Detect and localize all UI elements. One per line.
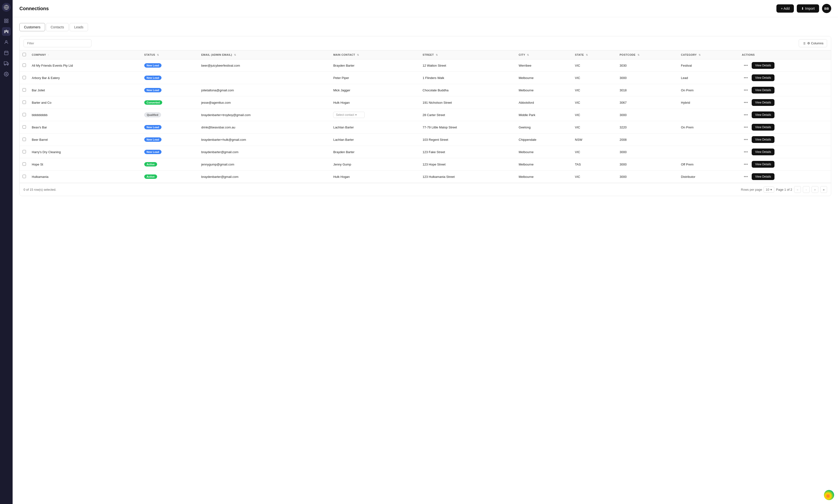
content-area: Customers Contacts Leads ⚙ Columns [13,17,838,504]
email-sort-icon[interactable]: ⇅ [234,54,236,56]
main-content: Connections + Add ⬇ Import BB Customers … [13,0,838,504]
svg-rect-2 [7,19,8,21]
row-checkbox-9[interactable] [22,162,26,166]
contact-sort-icon[interactable]: ⇅ [357,54,359,56]
row-company: Barter and Co [29,96,141,109]
filter-input[interactable] [23,39,91,47]
next-page-button[interactable]: › [811,186,818,193]
more-actions-button[interactable]: ••• [742,75,750,81]
company-sort-icon[interactable]: ↑ [48,54,49,56]
view-details-button[interactable]: View Details [752,124,774,131]
row-main-contact[interactable]: Select contact▾ [330,109,419,121]
row-email: braydenbarter+hulk@gmail.com [198,133,330,146]
row-checkbox-4[interactable] [22,101,26,104]
sidebar-logo[interactable] [2,3,11,12]
row-checkbox-cell [20,96,29,109]
more-actions-button[interactable]: ••• [742,124,750,130]
page-title: Connections [19,6,49,12]
svg-rect-3 [5,21,6,23]
view-details-button[interactable]: View Details [752,173,774,180]
state-sort-icon[interactable]: ⇅ [586,54,588,56]
table-row: Hope St Active jennygump@gmail.com Jenny… [20,158,831,170]
sidebar-calendar-icon[interactable] [2,49,11,57]
main-contact-value: Hulk Hogan [333,101,350,105]
last-page-button[interactable]: » [820,186,827,193]
more-actions-button[interactable]: ••• [742,161,750,167]
row-checkbox-2[interactable] [22,76,26,79]
more-actions-button[interactable]: ••• [742,62,750,69]
city-sort-icon[interactable]: ⇅ [527,54,529,56]
row-checkbox-cell [20,59,29,72]
row-company: All My Friends Events Pty Ltd [29,59,141,72]
view-details-button[interactable]: View Details [752,136,774,143]
add-button[interactable]: + Add [776,4,794,13]
more-actions-button[interactable]: ••• [742,174,750,180]
select-contact-dropdown[interactable]: Select contact▾ [333,112,365,118]
view-details-button[interactable]: View Details [752,87,774,93]
more-actions-button[interactable]: ••• [742,149,750,155]
import-button[interactable]: ⬇ Import [797,4,819,13]
view-details-button[interactable]: View Details [752,148,774,155]
row-status: New Lead [141,84,198,96]
columns-button[interactable]: ⚙ Columns [799,39,827,47]
view-details-button[interactable]: View Details [752,111,774,118]
rows-per-page-label: Rows per page [741,188,762,192]
view-details-button[interactable]: View Details [752,74,774,81]
view-details-button[interactable]: View Details [752,99,774,106]
row-status: New Lead [141,121,198,133]
row-postcode: 3000 [617,170,678,183]
sidebar-dashboard-icon[interactable] [2,17,11,25]
row-checkbox-8[interactable] [22,150,26,154]
row-company: Hope St [29,158,141,170]
row-status: New Lead [141,59,198,72]
row-actions: ••• View Details [739,109,831,121]
row-company: Beav's Bar [29,121,141,133]
sidebar-person-icon[interactable] [2,38,11,47]
postcode-sort-icon[interactable]: ⇅ [638,54,640,56]
select-all-header[interactable] [20,50,29,59]
select-all-checkbox[interactable] [22,53,26,56]
row-email: braydenbarter@gmail.com [198,170,330,183]
status-sort-icon[interactable]: ⇅ [157,54,159,56]
prev-page-button[interactable]: ‹ [803,186,810,193]
row-checkbox-6[interactable] [22,125,26,129]
tab-contacts[interactable]: Contacts [46,23,69,31]
row-street: 1 Flinders Walk [420,72,516,84]
row-status: Converted [141,96,198,109]
row-email: braydenbarter+troyboy@gmail.com [198,109,330,121]
view-details-button[interactable]: View Details [752,62,774,69]
row-email: drink@beavsbar.com.au [198,121,330,133]
row-actions: ••• View Details [739,84,831,96]
sidebar-connections-icon[interactable] [2,27,11,36]
status-badge: New Lead [144,150,161,154]
row-email: beer@juicybeerfestival.com [198,59,330,72]
row-postcode: 3030 [617,59,678,72]
row-checkbox-3[interactable] [22,88,26,92]
col-category: CATEGORY ⇅ [678,50,739,59]
category-sort-icon[interactable]: ⇅ [699,54,701,56]
first-page-button[interactable]: « [794,186,801,193]
street-sort-icon[interactable]: ⇅ [436,54,438,56]
row-company: Arbory Bar & Eatery [29,72,141,84]
row-checkbox-5[interactable] [22,113,26,116]
row-checkbox-1[interactable] [22,64,26,67]
row-state: VIC [572,146,617,158]
more-actions-button[interactable]: ••• [742,87,750,93]
row-checkbox-cell [20,158,29,170]
rows-per-page-select[interactable]: 10 ▾ [764,186,774,193]
row-city: Melbourne [516,170,572,183]
row-street: 12 Watton Street [420,59,516,72]
table-footer: 0 of 15 row(s) selected. Rows per page 1… [20,183,831,196]
tab-leads[interactable]: Leads [70,23,88,31]
more-actions-button[interactable]: ••• [742,137,750,143]
tab-customers[interactable]: Customers [19,23,45,31]
more-actions-button[interactable]: ••• [742,100,750,106]
sidebar-settings-icon[interactable] [2,70,11,78]
row-checkbox-7[interactable] [22,138,26,141]
more-actions-button[interactable]: ••• [742,112,750,118]
view-details-button[interactable]: View Details [752,161,774,168]
svg-point-6 [4,31,5,32]
sidebar-delivery-icon[interactable] [2,59,11,68]
pagination-controls: Rows per page 10 ▾ Page 1 of 2 « ‹ › » [741,186,827,193]
row-checkbox-10[interactable] [22,175,26,178]
